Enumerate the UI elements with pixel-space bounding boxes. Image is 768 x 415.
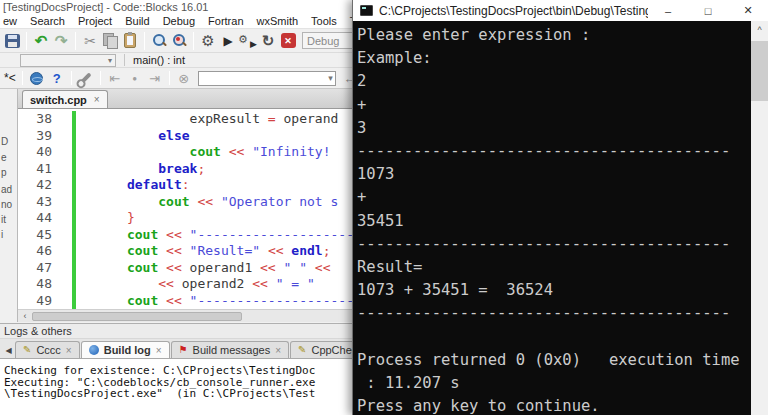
code-text: cout << operand1 << " " << — [80, 260, 331, 277]
incremental-search-input[interactable]: ▾ — [198, 71, 336, 86]
build-button[interactable]: ⚙ — [198, 31, 218, 51]
chevron-down-icon: ▾ — [108, 56, 112, 65]
code-line: 46 cout << "Result=" << endl; — [18, 243, 352, 260]
find-in-files-button[interactable] — [169, 31, 189, 51]
logs-tab-label: Cccc — [36, 344, 60, 356]
search-icon — [152, 33, 167, 48]
menu-item-debug[interactable]: Debug — [163, 15, 195, 27]
scroll-left-icon[interactable]: ‹ — [18, 311, 32, 321]
console-output: Please enter expression : Example: 2 + 3… — [353, 21, 768, 415]
clear-search-button[interactable]: ⊗ — [174, 68, 194, 88]
close-tab-icon[interactable]: × — [94, 94, 100, 105]
code-line: 38 expResult = operand — [18, 111, 352, 128]
save-all-button[interactable] — [2, 31, 22, 51]
changed-lines-margin — [72, 111, 76, 128]
screen: [TestingDocsProject] - Code::Blocks 16.0… — [0, 0, 768, 415]
code-editor[interactable]: 38 expResult = operand39 else40 cout << … — [18, 109, 352, 309]
menu-item-wxsmith[interactable]: wxSmith — [257, 15, 299, 27]
close-tab-icon[interactable]: × — [66, 345, 72, 356]
console-app-icon — [360, 5, 373, 16]
toolbar-separator — [22, 71, 23, 85]
menu-item-fortran[interactable]: Fortran — [208, 15, 243, 27]
menu-item-build[interactable]: Build — [125, 15, 149, 27]
wrench-icon — [80, 72, 91, 83]
paste-button[interactable] — [120, 31, 140, 51]
tab-scroll-left-button[interactable]: ◀ — [2, 343, 15, 358]
management-panel-sliver: Depadnoiti — [0, 89, 18, 322]
line-number: 45 — [18, 227, 58, 244]
editor-tab-label: switch.cpp — [30, 94, 87, 106]
changed-lines-margin — [72, 177, 76, 194]
toolbar-separator — [169, 71, 170, 85]
code-line: 41 break; — [18, 161, 352, 178]
close-tab-icon[interactable]: × — [275, 345, 281, 356]
editor-horizontal-scrollbar[interactable]: ‹ — [18, 309, 352, 322]
web-button[interactable] — [27, 68, 47, 88]
line-number: 40 — [18, 144, 58, 161]
redo-button[interactable]: ↷ — [51, 31, 71, 51]
toolbar-separator — [193, 32, 194, 50]
maximize-button[interactable]: □ — [688, 0, 728, 21]
toolbar-fragment: *< — [4, 71, 16, 85]
console-scrollbar[interactable]: ^ — [751, 21, 768, 415]
build-and-run-button[interactable]: ⚙ ▶ — [238, 31, 258, 51]
logs-tab-cccc[interactable]: ✎Cccc× — [15, 341, 80, 358]
code-text: cout << "Operator not s — [80, 194, 338, 211]
scroll-up-icon[interactable]: ^ — [751, 21, 768, 38]
tree-item-fragment: no — [1, 199, 12, 210]
code-text: break; — [80, 161, 205, 178]
line-number: 47 — [18, 260, 58, 277]
console-window: C:\CProjects\TestingDocsProject\bin\Debu… — [352, 0, 768, 415]
run-to-cursor-button[interactable]: ⇤ — [105, 68, 125, 88]
toolbar-separator — [71, 71, 72, 85]
find-button[interactable] — [149, 31, 169, 51]
menu-item-ew[interactable]: ew — [3, 15, 17, 27]
line-number: 48 — [18, 276, 58, 293]
line-number: 46 — [18, 243, 58, 260]
editor-column: switch.cpp × 38 expResult = operand39 el… — [18, 89, 352, 322]
console-title-bar[interactable]: C:\CProjects\TestingDocsProject\bin\Debu… — [353, 0, 768, 21]
menu-item-search[interactable]: Search — [30, 15, 65, 27]
scope-select[interactable]: ▾ — [20, 54, 116, 67]
scrollbar-thumb[interactable] — [751, 41, 768, 101]
menu-item-tools[interactable]: Tools — [311, 15, 337, 27]
code-text: cout << "------------------------ — [80, 227, 352, 244]
line-number: 49 — [18, 293, 58, 310]
buildlog-icon — [89, 345, 99, 355]
changed-lines-margin — [72, 194, 76, 211]
line-number: 43 — [18, 194, 58, 211]
tree-item-fragment: ad — [1, 184, 12, 195]
abort-icon: ✕ — [281, 33, 296, 48]
changed-lines-margin — [72, 260, 76, 277]
cut-button[interactable]: ✂ — [80, 31, 100, 51]
code-text: << operand2 << " = " — [80, 276, 315, 293]
rebuild-button[interactable]: ↻ — [258, 31, 278, 51]
code-text: expResult = operand — [80, 111, 338, 128]
run-button[interactable]: ▶ — [218, 31, 238, 51]
logs-tab-build-log[interactable]: Build log× — [81, 341, 170, 358]
menu-item-project[interactable]: Project — [78, 15, 112, 27]
settings-button[interactable] — [76, 68, 96, 88]
breakpoint-toggle-button[interactable]: ● — [125, 68, 145, 88]
function-select[interactable]: main() : int — [124, 54, 185, 66]
line-number: 41 — [18, 161, 58, 178]
changed-lines-margin — [72, 144, 76, 161]
code-text: else — [80, 128, 190, 145]
line-number: 44 — [18, 210, 58, 227]
copy-button[interactable] — [100, 31, 120, 51]
close-tab-icon[interactable]: × — [156, 345, 162, 356]
logs-tab-build-messages[interactable]: ⚑Build messages× — [171, 341, 289, 358]
editor-tab-switch-cpp[interactable]: switch.cpp × — [22, 90, 108, 108]
scrollbar-thumb[interactable] — [32, 312, 242, 321]
abort-button[interactable]: ✕ — [278, 31, 298, 51]
tree-item-fragment: D — [1, 136, 8, 147]
changed-lines-margin — [72, 128, 76, 145]
tree-item-fragment: it — [1, 214, 6, 225]
code-text: default: — [80, 177, 190, 194]
close-button[interactable]: ✕ — [728, 0, 768, 21]
minimize-button[interactable]: – — [648, 0, 688, 21]
code-line: 39 else — [18, 128, 352, 145]
step-out-button[interactable]: ⇥ — [145, 68, 165, 88]
undo-button[interactable]: ↶ — [31, 31, 51, 51]
help-button[interactable]: ? — [47, 68, 67, 88]
